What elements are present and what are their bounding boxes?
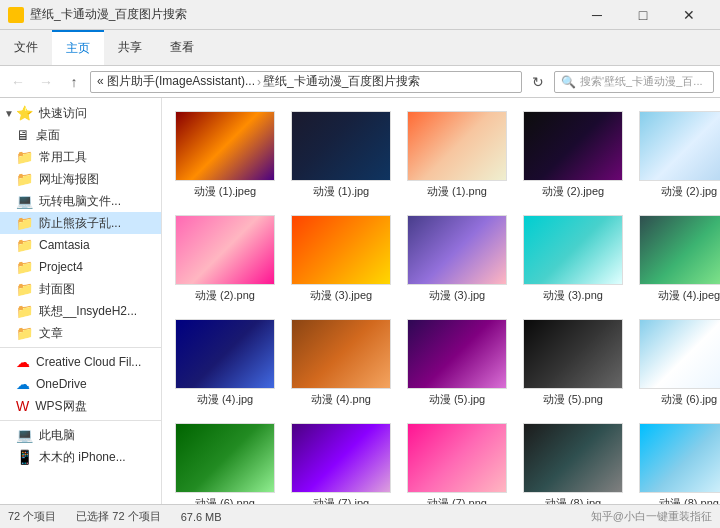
quick-access-icon: ⭐ xyxy=(16,105,33,121)
thumb-item-18[interactable]: 动漫 (8).jpg xyxy=(518,418,628,504)
sidebar-item-pctools[interactable]: 💻 玩转电脑文件... xyxy=(0,190,161,212)
thumb-item-19[interactable]: 动漫 (8).png xyxy=(634,418,720,504)
sidebar-label-special1: 防止熊孩子乱... xyxy=(39,215,121,232)
tab-view[interactable]: 查看 xyxy=(156,30,208,65)
thumb-item-8[interactable]: 动漫 (3).png xyxy=(518,210,628,308)
window-icon xyxy=(8,7,24,23)
thumb-image-8 xyxy=(523,215,623,285)
thumb-item-10[interactable]: 动漫 (4).jpg xyxy=(170,314,280,412)
cover-icon: 📁 xyxy=(16,281,33,297)
thumb-image-11 xyxy=(291,319,391,389)
sidebar-item-creativecloud[interactable]: ☁ Creative Cloud Fil... xyxy=(0,351,161,373)
address-path[interactable]: « 图片助手(ImageAssistant)... › 壁纸_卡通动漫_百度图片… xyxy=(90,71,522,93)
close-button[interactable]: ✕ xyxy=(666,0,712,30)
thumb-image-16 xyxy=(291,423,391,493)
title-bar: 壁纸_卡通动漫_百度图片搜索 ─ □ ✕ xyxy=(0,0,720,30)
tab-share[interactable]: 共享 xyxy=(104,30,156,65)
sidebar-label-article: 文章 xyxy=(39,325,63,342)
thumb-item-4[interactable]: 动漫 (2).jpg xyxy=(634,106,720,204)
sidebar-item-desktop[interactable]: 🖥 桌面 xyxy=(0,124,161,146)
sidebar-item-article[interactable]: 📁 文章 xyxy=(0,322,161,344)
thumb-item-14[interactable]: 动漫 (6).jpg xyxy=(634,314,720,412)
thumb-item-7[interactable]: 动漫 (3).jpg xyxy=(402,210,512,308)
thumb-item-16[interactable]: 动漫 (7).jpg xyxy=(286,418,396,504)
search-box[interactable]: 🔍 搜索'壁纸_卡通动漫_百... xyxy=(554,71,714,93)
refresh-button[interactable]: ↻ xyxy=(526,70,550,94)
sidebar-item-special1[interactable]: 📁 防止熊孩子乱... xyxy=(0,212,161,234)
thumb-image-19 xyxy=(639,423,720,493)
sidebar-label-creativecloud: Creative Cloud Fil... xyxy=(36,355,141,369)
sidebar-item-iphone[interactable]: 📱 木木的 iPhone... xyxy=(0,446,161,468)
total-size: 67.6 MB xyxy=(181,511,222,523)
sidebar-label-lenovo: 联想__InsydeH2... xyxy=(39,303,137,320)
special1-icon: 📁 xyxy=(16,215,33,231)
item-count: 72 个项目 xyxy=(8,509,56,524)
up-button[interactable]: ↑ xyxy=(62,70,86,94)
camtasia-icon: 📁 xyxy=(16,237,33,253)
tab-home[interactable]: 主页 xyxy=(52,30,104,65)
quick-access-group[interactable]: ▼ ⭐ 快速访问 xyxy=(0,102,161,124)
sidebar-label-iphone: 木木的 iPhone... xyxy=(39,449,126,466)
tools-icon: 📁 xyxy=(16,149,33,165)
thumb-image-0 xyxy=(175,111,275,181)
thumb-item-17[interactable]: 动漫 (7).png xyxy=(402,418,512,504)
quick-access-label: 快速访问 xyxy=(39,105,87,122)
sidebar: ▼ ⭐ 快速访问 🖥 桌面 📁 常用工具 📁 网址海报图 💻 玩转电脑文件...… xyxy=(0,98,162,504)
pctools-icon: 💻 xyxy=(16,193,33,209)
sidebar-label-project4: Project4 xyxy=(39,260,83,274)
thumb-image-12 xyxy=(407,319,507,389)
window-controls: ─ □ ✕ xyxy=(574,0,712,30)
path-part1: « 图片助手(ImageAssistant)... xyxy=(97,73,255,90)
thumb-item-11[interactable]: 动漫 (4).png xyxy=(286,314,396,412)
sidebar-item-tools[interactable]: 📁 常用工具 xyxy=(0,146,161,168)
thumb-name-16: 动漫 (7).jpg xyxy=(313,496,369,504)
forward-button[interactable]: → xyxy=(34,70,58,94)
thumb-image-3 xyxy=(523,111,623,181)
tab-file[interactable]: 文件 xyxy=(0,30,52,65)
back-button[interactable]: ← xyxy=(6,70,30,94)
sidebar-item-webposter[interactable]: 📁 网址海报图 xyxy=(0,168,161,190)
thumb-item-0[interactable]: 动漫 (1).jpeg xyxy=(170,106,280,204)
minimize-button[interactable]: ─ xyxy=(574,0,620,30)
content-area: 动漫 (1).jpeg动漫 (1).jpg动漫 (1).png动漫 (2).jp… xyxy=(162,98,720,504)
thumb-item-3[interactable]: 动漫 (2).jpeg xyxy=(518,106,628,204)
sidebar-label-cover: 封面图 xyxy=(39,281,75,298)
sidebar-label-wps: WPS网盘 xyxy=(35,398,86,415)
lenovo-icon: 📁 xyxy=(16,303,33,319)
thumb-name-19: 动漫 (8).png xyxy=(659,496,719,504)
thumb-name-8: 动漫 (3).png xyxy=(543,288,603,303)
ribbon: 文件 主页 共享 查看 xyxy=(0,30,720,66)
thumb-item-5[interactable]: 动漫 (2).png xyxy=(170,210,280,308)
thumb-item-15[interactable]: 动漫 (6).png xyxy=(170,418,280,504)
search-placeholder: 搜索'壁纸_卡通动漫_百... xyxy=(580,74,703,89)
window-title: 壁纸_卡通动漫_百度图片搜索 xyxy=(30,6,187,23)
sidebar-item-wps[interactable]: W WPS网盘 xyxy=(0,395,161,417)
thumb-name-17: 动漫 (7).png xyxy=(427,496,487,504)
thumb-image-5 xyxy=(175,215,275,285)
sidebar-label-desktop: 桌面 xyxy=(36,127,60,144)
thumb-name-5: 动漫 (2).png xyxy=(195,288,255,303)
thumb-image-13 xyxy=(523,319,623,389)
thumb-item-12[interactable]: 动漫 (5).jpg xyxy=(402,314,512,412)
maximize-button[interactable]: □ xyxy=(620,0,666,30)
thumb-image-1 xyxy=(291,111,391,181)
thumb-image-10 xyxy=(175,319,275,389)
sidebar-label-onedrive: OneDrive xyxy=(36,377,87,391)
sidebar-item-camtasia[interactable]: 📁 Camtasia xyxy=(0,234,161,256)
thumb-item-13[interactable]: 动漫 (5).png xyxy=(518,314,628,412)
thumb-item-6[interactable]: 动漫 (3).jpeg xyxy=(286,210,396,308)
sidebar-item-thispc[interactable]: 💻 此电脑 xyxy=(0,424,161,446)
thumb-image-18 xyxy=(523,423,623,493)
sidebar-item-lenovo[interactable]: 📁 联想__InsydeH2... xyxy=(0,300,161,322)
thumb-name-6: 动漫 (3).jpeg xyxy=(310,288,372,303)
sidebar-item-onedrive[interactable]: ☁ OneDrive xyxy=(0,373,161,395)
thumb-item-1[interactable]: 动漫 (1).jpg xyxy=(286,106,396,204)
iphone-icon: 📱 xyxy=(16,449,33,465)
path-sep: › xyxy=(257,75,261,89)
thumb-name-0: 动漫 (1).jpeg xyxy=(194,184,256,199)
sidebar-item-cover[interactable]: 📁 封面图 xyxy=(0,278,161,300)
thumb-image-17 xyxy=(407,423,507,493)
thumb-item-2[interactable]: 动漫 (1).png xyxy=(402,106,512,204)
thumb-item-9[interactable]: 动漫 (4).jpeg xyxy=(634,210,720,308)
sidebar-item-project4[interactable]: 📁 Project4 xyxy=(0,256,161,278)
